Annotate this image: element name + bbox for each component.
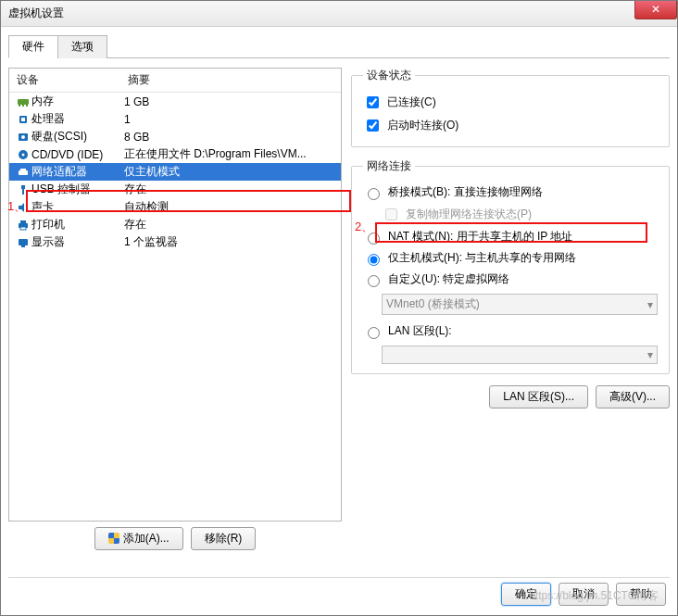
svg-rect-18: [21, 245, 25, 247]
vm-settings-window: 虚拟机设置 ✕ 硬件 选项 设备 摘要 内存1 GB处理器1硬: [0, 0, 678, 616]
custom-label: 自定义(U): 特定虚拟网络: [388, 271, 509, 287]
vmnet-select-wrap: VMnet0 (桥接模式) ▾: [382, 294, 658, 315]
svg-rect-15: [20, 220, 26, 223]
chevron-down-icon: ▾: [647, 348, 653, 361]
svg-rect-1: [19, 105, 20, 107]
svg-rect-5: [21, 118, 25, 121]
poweron-checkbox[interactable]: [367, 119, 379, 132]
lan-label: LAN 区段(L):: [388, 323, 452, 339]
tab-hardware-label: 硬件: [22, 40, 44, 53]
shield-icon: [108, 533, 119, 544]
disk-icon: [15, 131, 31, 144]
advanced-label: 高级(V)...: [609, 390, 656, 403]
display-icon: [15, 236, 31, 249]
advanced-button[interactable]: 高级(V)...: [596, 385, 670, 409]
custom-radio[interactable]: [368, 275, 380, 287]
lan-row[interactable]: LAN 区段(L):: [363, 321, 658, 342]
hardware-list[interactable]: 设备 摘要 内存1 GB处理器1硬盘(SCSI)8 GBCD/DVD (IDE)…: [8, 68, 342, 522]
ok-label: 确定: [515, 587, 537, 600]
chevron-down-icon: ▾: [647, 298, 653, 311]
hw-row-net[interactable]: 网络适配器仅主机模式: [9, 163, 341, 181]
svg-rect-3: [26, 105, 28, 107]
bridged-label: 桥接模式(B): 直接连接物理网络: [388, 184, 543, 200]
hardware-actions: 添加(A)... 移除(R): [8, 527, 342, 550]
lan-select: ▾: [382, 346, 658, 364]
hardware-pane: 设备 摘要 内存1 GB处理器1硬盘(SCSI)8 GBCD/DVD (IDE)…: [8, 58, 670, 550]
bridged-radio[interactable]: [368, 188, 380, 200]
hw-row-cpu[interactable]: 处理器1: [9, 110, 341, 128]
help-button[interactable]: 帮助: [616, 583, 666, 606]
poweron-label: 启动时连接(O): [387, 118, 458, 133]
hw-summary: 1 GB: [124, 95, 335, 108]
hw-label: 声卡: [31, 199, 124, 215]
usb-icon: [15, 183, 31, 196]
hw-label: USB 控制器: [31, 182, 124, 197]
close-button[interactable]: ✕: [634, 1, 677, 19]
svg-rect-16: [20, 227, 26, 230]
add-button-label: 添加(A)...: [123, 532, 170, 545]
tab-hardware[interactable]: 硬件: [8, 35, 58, 58]
lan-radio[interactable]: [368, 327, 380, 339]
custom-row[interactable]: 自定义(U): 特定虚拟网络: [363, 269, 658, 290]
hw-summary: 仅主机模式: [124, 164, 335, 180]
svg-point-7: [21, 135, 25, 139]
tab-strip: 硬件 选项: [8, 34, 670, 58]
hw-row-disk[interactable]: 硬盘(SCSI)8 GB: [9, 128, 341, 145]
connected-checkbox[interactable]: [367, 96, 379, 108]
hw-row-display[interactable]: 显示器1 个监视器: [9, 233, 341, 251]
svg-rect-13: [22, 189, 24, 195]
ok-button[interactable]: 确定: [501, 583, 551, 606]
hostonly-radio[interactable]: [368, 254, 380, 266]
hw-summary: 1: [124, 113, 335, 126]
replicate-row: 复制物理网络连接状态(P): [382, 203, 658, 226]
window-title: 虚拟机设置: [8, 6, 64, 21]
svg-rect-2: [22, 105, 24, 107]
printer-icon: [15, 219, 31, 232]
cpu-icon: [15, 113, 31, 126]
lan-segments-button[interactable]: LAN 区段(S)...: [489, 385, 588, 409]
network-legend: 网络连接: [363, 158, 415, 174]
device-status-legend: 设备状态: [363, 68, 415, 83]
vmnet-select: VMnet0 (桥接模式) ▾: [382, 294, 658, 315]
hardware-rows: 内存1 GB处理器1硬盘(SCSI)8 GBCD/DVD (IDE)正在使用文件…: [9, 93, 341, 251]
connected-row[interactable]: 已连接(C): [363, 91, 658, 114]
add-button[interactable]: 添加(A)...: [94, 527, 183, 550]
client-area: 硬件 选项 设备 摘要 内存1 GB处理器1硬盘(SCSI)8 GBCD/DVD…: [1, 27, 677, 558]
titlebar: 虚拟机设置 ✕: [1, 1, 677, 27]
nat-row[interactable]: NAT 模式(N): 用于共享主机的 IP 地址: [363, 226, 658, 247]
hw-row-cd[interactable]: CD/DVD (IDE)正在使用文件 D:\Program Files\VM..…: [9, 145, 341, 163]
help-label: 帮助: [630, 587, 652, 600]
tab-options-label: 选项: [71, 40, 94, 53]
hw-label: 网络适配器: [31, 164, 124, 180]
poweron-row[interactable]: 启动时连接(O): [363, 114, 658, 137]
hostonly-label: 仅主机模式(H): 与主机共享的专用网络: [388, 250, 576, 266]
remove-button[interactable]: 移除(R): [191, 527, 257, 550]
hw-row-sound[interactable]: 声卡自动检测: [9, 198, 341, 216]
lan-select-wrap: ▾: [382, 346, 658, 364]
bottom-separator: [8, 577, 670, 578]
svg-point-9: [22, 153, 25, 156]
cd-icon: [15, 148, 31, 161]
hw-label: 处理器: [31, 111, 124, 127]
nat-radio[interactable]: [368, 233, 380, 245]
bridged-row[interactable]: 桥接模式(B): 直接连接物理网络: [363, 182, 658, 203]
hw-summary: 正在使用文件 D:\Program Files\VM...: [124, 146, 335, 162]
hw-row-printer[interactable]: 打印机存在: [9, 216, 341, 233]
header-device: 设备: [17, 72, 128, 88]
hw-row-usb[interactable]: USB 控制器存在: [9, 181, 341, 198]
net-icon: [15, 166, 31, 179]
device-status-group: 设备状态 已连接(C) 启动时连接(O): [351, 68, 670, 147]
hw-label: 显示器: [31, 234, 124, 250]
nat-label: NAT 模式(N): 用于共享主机的 IP 地址: [388, 229, 572, 245]
cancel-button[interactable]: 取消: [559, 583, 609, 606]
hw-summary: 1 个监视器: [124, 234, 335, 250]
hw-summary: 存在: [124, 217, 335, 233]
hw-row-memory[interactable]: 内存1 GB: [9, 93, 341, 110]
right-column: 设备状态 已连接(C) 启动时连接(O) 网络连接 桥接模式(B): 直接连接物: [351, 68, 670, 550]
replicate-checkbox: [385, 208, 397, 220]
tab-options[interactable]: 选项: [57, 35, 107, 58]
connected-label: 已连接(C): [387, 94, 436, 110]
hostonly-row[interactable]: 仅主机模式(H): 与主机共享的专用网络: [363, 247, 658, 269]
dialog-actions: 确定 取消 帮助: [501, 583, 666, 606]
hw-summary: 8 GB: [124, 131, 335, 144]
